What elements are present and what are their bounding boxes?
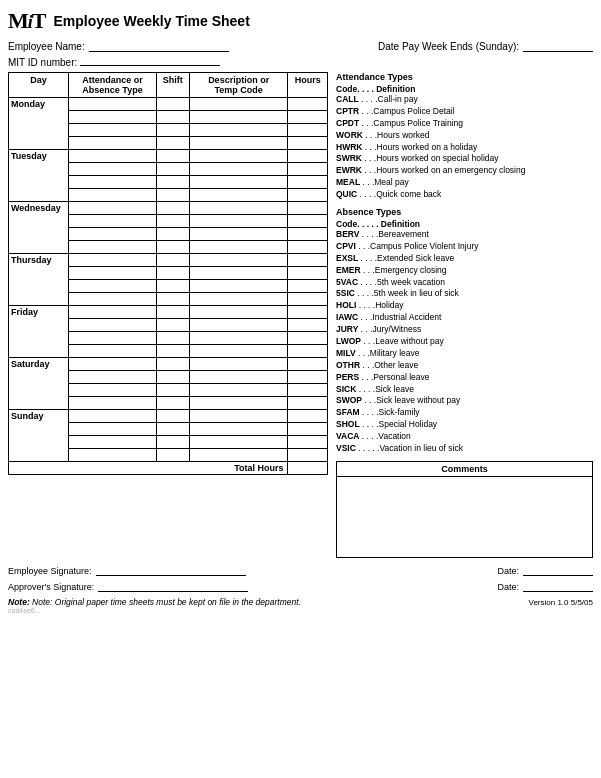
hours-cell[interactable] <box>288 111 328 124</box>
shift-cell[interactable] <box>156 293 189 306</box>
desc-cell[interactable] <box>189 202 288 215</box>
desc-cell[interactable] <box>189 449 288 462</box>
desc-cell[interactable] <box>189 306 288 319</box>
attendance-cell[interactable] <box>69 176 157 189</box>
hours-cell[interactable] <box>288 449 328 462</box>
attendance-cell[interactable] <box>69 215 157 228</box>
attendance-cell[interactable] <box>69 423 157 436</box>
attendance-cell[interactable] <box>69 384 157 397</box>
attendance-cell[interactable] <box>69 332 157 345</box>
attendance-cell[interactable] <box>69 358 157 371</box>
shift-cell[interactable] <box>156 163 189 176</box>
mit-id-input[interactable] <box>80 54 220 66</box>
attendance-cell[interactable] <box>69 189 157 202</box>
attendance-cell[interactable] <box>69 280 157 293</box>
attendance-cell[interactable] <box>69 124 157 137</box>
desc-cell[interactable] <box>189 410 288 423</box>
attendance-cell[interactable] <box>69 267 157 280</box>
hours-cell[interactable] <box>288 98 328 111</box>
desc-cell[interactable] <box>189 267 288 280</box>
hours-cell[interactable] <box>288 254 328 267</box>
shift-cell[interactable] <box>156 410 189 423</box>
shift-cell[interactable] <box>156 176 189 189</box>
hours-cell[interactable] <box>288 267 328 280</box>
shift-cell[interactable] <box>156 124 189 137</box>
shift-cell[interactable] <box>156 202 189 215</box>
hours-cell[interactable] <box>288 228 328 241</box>
desc-cell[interactable] <box>189 397 288 410</box>
desc-cell[interactable] <box>189 293 288 306</box>
date-pay-input[interactable] <box>523 40 593 52</box>
attendance-cell[interactable] <box>69 293 157 306</box>
desc-cell[interactable] <box>189 345 288 358</box>
attendance-cell[interactable] <box>69 436 157 449</box>
hours-cell[interactable] <box>288 293 328 306</box>
shift-cell[interactable] <box>156 137 189 150</box>
desc-cell[interactable] <box>189 436 288 449</box>
desc-cell[interactable] <box>189 358 288 371</box>
attendance-cell[interactable] <box>69 202 157 215</box>
shift-cell[interactable] <box>156 449 189 462</box>
desc-cell[interactable] <box>189 241 288 254</box>
hours-cell[interactable] <box>288 410 328 423</box>
date-input-2[interactable] <box>523 580 593 592</box>
attendance-cell[interactable] <box>69 98 157 111</box>
hours-cell[interactable] <box>288 176 328 189</box>
shift-cell[interactable] <box>156 241 189 254</box>
shift-cell[interactable] <box>156 98 189 111</box>
hours-cell[interactable] <box>288 306 328 319</box>
attendance-cell[interactable] <box>69 319 157 332</box>
employee-sig-line[interactable] <box>96 564 246 576</box>
hours-cell[interactable] <box>288 358 328 371</box>
attendance-cell[interactable] <box>69 163 157 176</box>
shift-cell[interactable] <box>156 254 189 267</box>
desc-cell[interactable] <box>189 423 288 436</box>
comments-body[interactable] <box>337 477 592 557</box>
hours-cell[interactable] <box>288 384 328 397</box>
desc-cell[interactable] <box>189 176 288 189</box>
attendance-cell[interactable] <box>69 449 157 462</box>
shift-cell[interactable] <box>156 280 189 293</box>
employee-name-input[interactable] <box>89 40 229 52</box>
shift-cell[interactable] <box>156 371 189 384</box>
desc-cell[interactable] <box>189 332 288 345</box>
desc-cell[interactable] <box>189 319 288 332</box>
attendance-cell[interactable] <box>69 254 157 267</box>
desc-cell[interactable] <box>189 189 288 202</box>
attendance-cell[interactable] <box>69 410 157 423</box>
shift-cell[interactable] <box>156 228 189 241</box>
hours-cell[interactable] <box>288 189 328 202</box>
attendance-cell[interactable] <box>69 306 157 319</box>
attendance-cell[interactable] <box>69 397 157 410</box>
attendance-cell[interactable] <box>69 111 157 124</box>
shift-cell[interactable] <box>156 150 189 163</box>
hours-cell[interactable] <box>288 345 328 358</box>
hours-cell[interactable] <box>288 319 328 332</box>
shift-cell[interactable] <box>156 267 189 280</box>
desc-cell[interactable] <box>189 150 288 163</box>
hours-cell[interactable] <box>288 371 328 384</box>
attendance-cell[interactable] <box>69 150 157 163</box>
shift-cell[interactable] <box>156 358 189 371</box>
hours-cell[interactable] <box>288 150 328 163</box>
desc-cell[interactable] <box>189 215 288 228</box>
desc-cell[interactable] <box>189 280 288 293</box>
shift-cell[interactable] <box>156 319 189 332</box>
shift-cell[interactable] <box>156 189 189 202</box>
attendance-cell[interactable] <box>69 345 157 358</box>
desc-cell[interactable] <box>189 111 288 124</box>
shift-cell[interactable] <box>156 384 189 397</box>
hours-cell[interactable] <box>288 163 328 176</box>
hours-cell[interactable] <box>288 280 328 293</box>
desc-cell[interactable] <box>189 384 288 397</box>
desc-cell[interactable] <box>189 124 288 137</box>
hours-cell[interactable] <box>288 436 328 449</box>
shift-cell[interactable] <box>156 111 189 124</box>
desc-cell[interactable] <box>189 163 288 176</box>
hours-cell[interactable] <box>288 241 328 254</box>
shift-cell[interactable] <box>156 215 189 228</box>
hours-cell[interactable] <box>288 332 328 345</box>
shift-cell[interactable] <box>156 436 189 449</box>
attendance-cell[interactable] <box>69 371 157 384</box>
shift-cell[interactable] <box>156 306 189 319</box>
